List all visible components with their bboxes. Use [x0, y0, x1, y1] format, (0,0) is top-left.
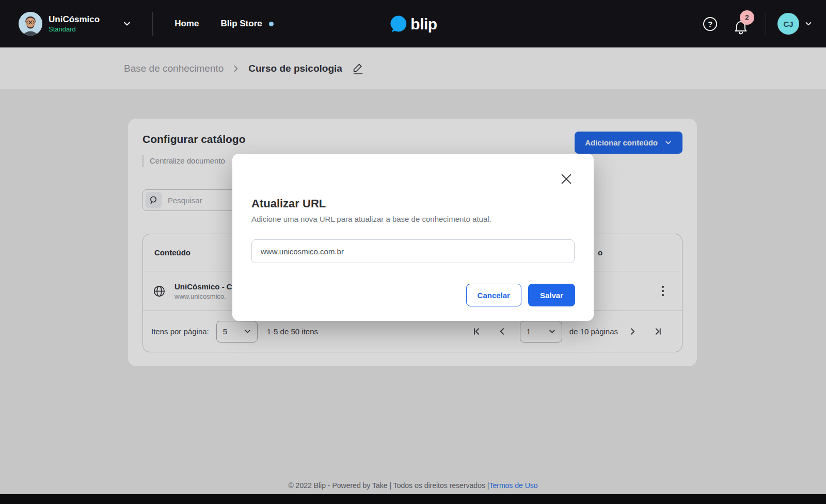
navbar-right-cluster: ? 2 CJ: [703, 0, 826, 47]
blip-logo-text: blip: [410, 15, 437, 32]
modal-close-button[interactable]: [560, 172, 573, 186]
org-meta: UniCósmico Standard: [49, 14, 100, 34]
nav-item-home[interactable]: Home: [174, 19, 199, 29]
user-avatar[interactable]: CJ: [777, 13, 799, 35]
cancel-button[interactable]: Cancelar: [466, 284, 521, 306]
nav-home-label: Home: [174, 19, 199, 29]
url-input[interactable]: [251, 239, 575, 263]
org-avatar-illustration: [19, 12, 42, 36]
org-switcher-chevron[interactable]: [122, 19, 132, 28]
user-menu-chevron[interactable]: [804, 20, 813, 28]
org-avatar[interactable]: [19, 12, 42, 36]
org-plan-badge: Standard: [49, 25, 100, 34]
chevron-down-icon: [804, 20, 813, 28]
user-initials: CJ: [783, 20, 793, 28]
chevron-down-icon: [122, 19, 132, 28]
notifications-button[interactable]: 2: [733, 12, 753, 35]
blip-logo[interactable]: blip: [389, 14, 437, 34]
org-name: UniCósmico: [49, 14, 100, 25]
help-question-glyph: ?: [708, 20, 712, 28]
blip-store-notification-dot: [269, 22, 274, 26]
org-switcher[interactable]: UniCósmico Standard: [19, 12, 100, 36]
notification-count: 2: [745, 13, 749, 22]
nav-blip-store-label: Blip Store: [220, 19, 262, 29]
modal-title: Atualizar URL: [251, 197, 326, 210]
blip-balloon-icon: [389, 14, 408, 34]
top-navbar: UniCósmico Standard Home Blip Store blip…: [0, 0, 826, 47]
help-button[interactable]: ?: [703, 17, 717, 31]
notification-count-badge: 2: [740, 10, 754, 25]
modal-description: Adicione uma nova URL para atualizar a b…: [251, 215, 491, 223]
nav-item-blip-store[interactable]: Blip Store: [220, 19, 273, 29]
navbar-divider: [766, 12, 766, 36]
navbar-divider: [152, 12, 153, 36]
update-url-modal: Atualizar URL Adicione uma nova URL para…: [232, 154, 594, 321]
close-icon: [561, 174, 571, 184]
save-button[interactable]: Salvar: [528, 284, 575, 306]
modal-actions: Cancelar Salvar: [466, 284, 575, 306]
